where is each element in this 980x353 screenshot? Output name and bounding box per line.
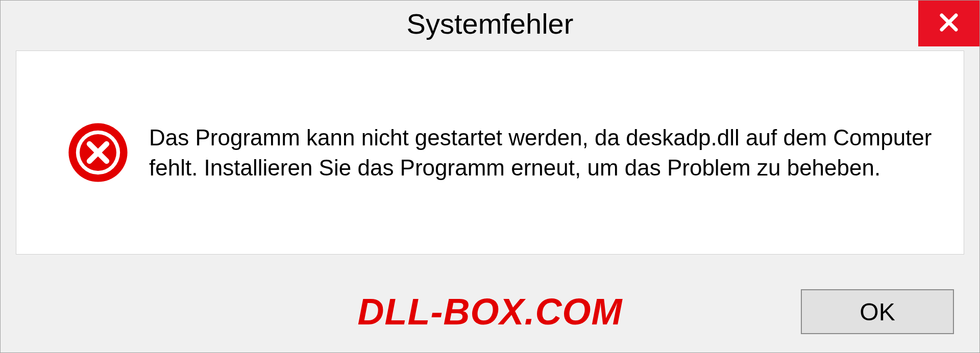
error-icon: [67, 122, 129, 183]
error-message: Das Programm kann nicht gestartet werden…: [149, 122, 933, 183]
dialog-title: Systemfehler: [407, 7, 574, 40]
close-button[interactable]: [918, 1, 979, 46]
dialog-footer: DLL-BOX.COM OK: [1, 271, 979, 352]
ok-button[interactable]: OK: [801, 289, 954, 334]
watermark-text: DLL-BOX.COM: [358, 291, 623, 333]
close-icon: [937, 10, 961, 37]
titlebar: Systemfehler: [1, 1, 979, 46]
content-panel: Das Programm kann nicht gestartet werden…: [16, 51, 964, 255]
error-dialog: Systemfehler Das Programm kann nicht ges…: [0, 0, 980, 353]
